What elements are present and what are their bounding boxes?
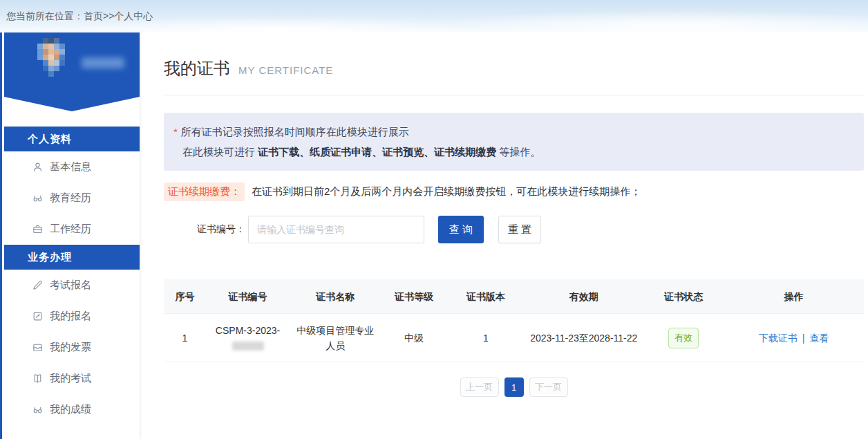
cert-no-input[interactable] <box>248 216 424 243</box>
sidebar-item-label: 基本信息 <box>50 160 91 174</box>
cell-actions: 下载证书|查看 <box>724 330 864 346</box>
briefcase-icon <box>32 223 44 235</box>
cell-validity: 2023-11-23至2028-11-22 <box>525 330 643 346</box>
certificate-table: 序号 证书编号 证书名称 证书等级 证书版本 有效期 证书状态 操作 1 CSP… <box>164 279 864 362</box>
col-header-index: 序号 <box>164 289 206 304</box>
pencil-icon <box>32 279 44 291</box>
required-asterisk: * <box>173 126 178 138</box>
sidebar-item-label: 考试报名 <box>50 279 91 292</box>
avatar <box>37 38 76 82</box>
cell-version: 1 <box>447 330 524 346</box>
sidebar-item-my-signup[interactable]: 我的报名 <box>4 301 140 332</box>
col-header-level: 证书等级 <box>381 289 447 304</box>
sidebar-item-basic-info[interactable]: 基本信息 <box>4 151 140 183</box>
download-cert-link[interactable]: 下载证书 <box>759 333 798 344</box>
sidebar-item-my-scores[interactable]: 我的成绩 <box>4 394 140 425</box>
notice-box: *所有证书记录按照报名时间顺序在此模块进行展示 在此模块可进行 证书下载、纸质证… <box>164 113 864 171</box>
sidebar-item-my-invoice[interactable]: 我的发票 <box>4 332 140 363</box>
profile-name-redacted <box>82 57 124 68</box>
notice-line2: 在此模块可进行 证书下载、纸质证书申请、证书预览、证书续期缴费 等操作。 <box>173 142 851 162</box>
cell-index: 1 <box>164 330 206 346</box>
sidebar-item-exam-signup[interactable]: 考试报名 <box>4 270 140 301</box>
sidebar-item-label: 我的考试 <box>50 372 91 385</box>
breadcrumb: 您当前所在位置：首页>>个人中心 <box>0 10 153 23</box>
sidebar-section-personal[interactable]: 个人资料 <box>4 127 140 151</box>
col-header-version: 证书版本 <box>447 289 524 304</box>
title-divider <box>164 95 864 95</box>
invoice-icon <box>32 342 44 353</box>
table-header-row: 序号 证书编号 证书名称 证书等级 证书版本 有效期 证书状态 操作 <box>164 279 864 314</box>
sidebar-item-label: 教育经历 <box>50 192 91 205</box>
col-header-actions: 操作 <box>724 289 864 304</box>
sidebar-item-work[interactable]: 工作经历 <box>4 214 140 245</box>
page-title: 我的证书 <box>164 57 230 80</box>
notice-line1: *所有证书记录按照报名时间顺序在此模块进行展示 <box>173 122 851 142</box>
sidebar-item-education[interactable]: 教育经历 <box>4 183 140 214</box>
cert-no-label: 证书编号： <box>197 223 245 236</box>
sidebar-item-my-exam[interactable]: 我的考试 <box>4 363 140 394</box>
col-header-cert-name: 证书名称 <box>290 289 381 304</box>
col-header-status: 证书状态 <box>643 289 724 304</box>
renewal-badge: 证书续期缴费： <box>164 183 245 201</box>
page-subtitle: MY CERTIFICATE <box>238 64 333 76</box>
edit-doc-icon <box>32 310 44 322</box>
cell-status: 有效 <box>643 328 724 348</box>
action-separator: | <box>802 333 805 344</box>
sidebar: 个人资料 基本信息 教育经历 工作经历 业务办理 考试报名 我的报名 我的发票 <box>4 32 140 439</box>
col-header-cert-no: 证书编号 <box>206 289 290 304</box>
col-header-validity: 有效期 <box>525 289 643 304</box>
pagination: 上一页 1 下一页 <box>164 377 864 397</box>
top-breadcrumb-bar: 您当前所在位置：首页>>个人中心 <box>0 0 868 32</box>
left-accent-strip <box>0 32 2 439</box>
personal-menu: 基本信息 教育经历 工作经历 <box>4 151 140 245</box>
table-row: 1 CSPM-3-2023- 中级项目管理专业人员 中级 1 2023-11-2… <box>164 314 864 362</box>
cell-cert-no: CSPM-3-2023- <box>206 323 290 353</box>
cert-no-redacted-block <box>232 342 264 351</box>
renewal-text: 在证书到期日前2个月及后两个月内会开启续期缴费按钮，可在此模块进行续期操作； <box>252 185 641 198</box>
sidebar-item-label: 我的报名 <box>50 310 91 323</box>
main-content: 我的证书 MY CERTIFICATE *所有证书记录按照报名时间顺序在此模块进… <box>164 32 864 439</box>
book-icon <box>32 373 44 384</box>
search-bar: 证书编号： 查 询 重 置 <box>164 216 864 243</box>
view-cert-link[interactable]: 查看 <box>809 333 829 344</box>
renewal-notice: 证书续期缴费： 在证书到期日前2个月及后两个月内会开启续期缴费按钮，可在此模块进… <box>164 183 864 201</box>
reset-button[interactable]: 重 置 <box>498 216 541 243</box>
cell-level: 中级 <box>381 330 447 346</box>
glasses-icon <box>32 404 44 415</box>
status-badge: 有效 <box>668 328 699 348</box>
sidebar-item-label: 工作经历 <box>50 223 91 236</box>
profile-header <box>4 32 140 97</box>
chevron-down-ribbon <box>4 97 140 111</box>
cell-cert-name: 中级项目管理专业人员 <box>290 323 381 353</box>
glasses-icon <box>32 192 44 204</box>
user-icon <box>32 161 44 173</box>
sidebar-item-label: 我的发票 <box>50 341 91 354</box>
search-button[interactable]: 查 询 <box>438 216 484 243</box>
page-number-button[interactable]: 1 <box>504 377 524 397</box>
prev-page-button[interactable]: 上一页 <box>460 377 499 397</box>
next-page-button[interactable]: 下一页 <box>529 377 568 397</box>
sidebar-item-label: 我的成绩 <box>50 403 91 416</box>
business-menu: 考试报名 我的报名 我的发票 我的考试 我的成绩 <box>4 270 140 425</box>
sidebar-section-business[interactable]: 业务办理 <box>4 245 140 270</box>
